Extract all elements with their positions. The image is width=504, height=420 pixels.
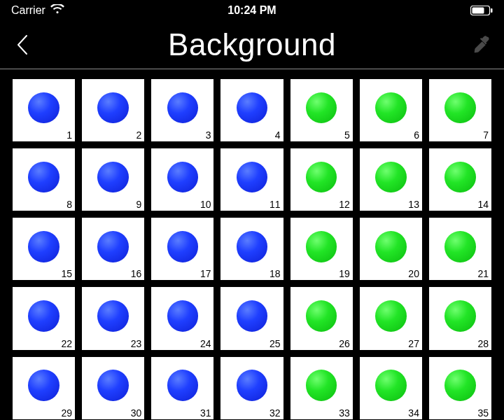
swatch-number: 20 [408,268,419,279]
swatch-circle-icon [97,162,129,193]
swatch-circle-icon [306,370,337,401]
swatch-circle-icon [375,162,407,193]
swatch-number: 35 [478,407,489,419]
swatch-circle-icon [167,370,199,401]
swatch-circle-icon [375,92,407,124]
swatch-circle-icon [306,300,337,332]
swatch-circle-icon [306,162,337,193]
swatch-number: 11 [270,199,281,210]
color-swatch[interactable]: 21 [429,218,491,280]
swatch-circle-icon [306,92,337,124]
color-swatch[interactable]: 34 [360,357,422,419]
color-swatch[interactable]: 2 [82,79,144,141]
color-swatch[interactable]: 11 [220,148,283,211]
swatch-number: 4 [275,130,281,141]
swatch-circle-icon [444,300,476,332]
back-button[interactable] [13,35,32,55]
swatch-circle-icon [167,162,199,193]
swatch-circle-icon [375,300,407,332]
swatch-number: 27 [408,338,419,349]
color-swatch[interactable]: 9 [82,148,144,211]
swatch-circle-icon [97,92,129,124]
swatch-number: 32 [270,407,281,419]
swatch-number: 9 [136,199,142,210]
color-swatch[interactable]: 14 [429,148,491,211]
swatch-number: 6 [414,130,419,141]
swatch-circle-icon [167,231,199,262]
color-swatch[interactable]: 32 [220,357,283,419]
status-left: Carrier [11,4,64,17]
swatch-circle-icon [444,370,476,401]
color-swatch[interactable]: 15 [13,218,75,280]
color-swatch[interactable]: 7 [429,79,491,141]
swatch-grid: 1234567891011121314151617181920212223242… [13,79,491,420]
color-swatch[interactable]: 12 [290,148,353,211]
swatch-number: 33 [339,407,350,419]
color-swatch[interactable]: 19 [290,218,353,280]
eyedropper-icon [472,36,490,54]
swatch-number: 10 [200,199,211,210]
swatch-number: 31 [200,407,211,419]
status-time: 10:24 PM [227,4,276,17]
swatch-circle-icon [237,231,268,262]
swatch-circle-icon [306,231,337,262]
color-swatch[interactable]: 17 [151,218,214,280]
swatch-circle-icon [97,370,129,401]
swatch-circle-icon [28,370,59,401]
swatch-circle-icon [444,92,476,124]
color-swatch[interactable]: 33 [290,357,353,419]
color-swatch[interactable]: 1 [13,79,75,141]
swatch-number: 30 [131,407,142,419]
color-swatch[interactable]: 27 [360,287,422,349]
carrier-label: Carrier [11,4,46,17]
swatch-circle-icon [237,162,268,193]
color-swatch[interactable]: 16 [82,218,144,280]
color-swatch[interactable]: 20 [360,218,422,280]
color-swatch[interactable]: 8 [13,148,75,211]
color-swatch[interactable]: 5 [290,79,353,141]
swatch-circle-icon [28,162,59,193]
chevron-left-icon [16,34,29,55]
color-swatch[interactable]: 30 [82,357,144,419]
swatch-circle-icon [97,231,129,262]
color-swatch[interactable]: 13 [360,148,422,211]
color-swatch[interactable]: 24 [151,287,214,349]
swatch-number: 23 [131,338,142,349]
swatch-number: 26 [339,338,350,349]
swatch-circle-icon [28,300,59,332]
swatch-number: 13 [408,199,419,210]
swatch-number: 8 [66,199,72,210]
swatch-number: 25 [270,338,281,349]
color-swatch[interactable]: 25 [220,287,283,349]
swatch-grid-wrap: 1234567891011121314151617181920212223242… [0,69,504,420]
color-swatch[interactable]: 26 [290,287,353,349]
color-swatch[interactable]: 18 [220,218,283,280]
swatch-number: 17 [200,268,211,279]
color-swatch[interactable]: 22 [13,287,75,349]
swatch-circle-icon [237,300,268,332]
color-swatch[interactable]: 3 [151,79,214,141]
swatch-circle-icon [97,300,129,332]
color-swatch[interactable]: 29 [13,357,75,419]
color-swatch[interactable]: 6 [360,79,422,141]
swatch-number: 1 [66,130,72,141]
swatch-circle-icon [167,300,199,332]
page-title: Background [168,27,336,62]
color-swatch[interactable]: 23 [82,287,144,349]
color-swatch[interactable]: 10 [151,148,214,211]
swatch-number: 28 [478,338,489,349]
color-swatch[interactable]: 31 [151,357,214,419]
swatch-circle-icon [167,92,199,124]
swatch-number: 12 [339,199,350,210]
color-swatch[interactable]: 4 [220,79,283,141]
swatch-circle-icon [375,370,407,401]
color-swatch[interactable]: 28 [429,287,491,349]
swatch-number: 29 [62,407,73,419]
swatch-number: 24 [200,338,211,349]
nav-bar: Background [0,21,504,69]
swatch-number: 22 [62,338,73,349]
color-swatch[interactable]: 35 [429,357,491,419]
eyedropper-button[interactable] [470,34,491,55]
swatch-number: 2 [136,130,142,141]
svg-rect-2 [491,8,493,13]
